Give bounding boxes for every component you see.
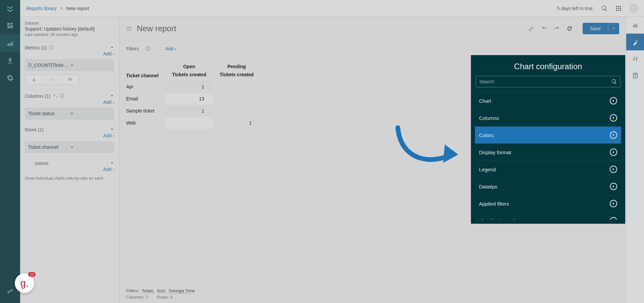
apps-icon[interactable]: [615, 5, 622, 12]
app-left-rail: [0, 0, 20, 303]
table-row: Email13: [126, 93, 260, 105]
dataset-name: Support: Updates history [default]: [25, 26, 114, 32]
nav-reports[interactable]: [0, 34, 20, 52]
help-fab[interactable]: g. 23: [15, 273, 34, 293]
result-table: Open Pending Ticket channel Tickets crea…: [126, 62, 260, 129]
footer-link-totals[interactable]: Totals,: [142, 288, 155, 294]
columns-collapse[interactable]: [110, 93, 114, 99]
table-row: Api1: [126, 81, 260, 93]
fab-badge: 23: [28, 272, 36, 277]
svg-rect-5: [620, 8, 621, 9]
breadcrumb-sep: >: [60, 6, 63, 11]
svg-rect-6: [616, 10, 617, 11]
svg-point-13: [52, 79, 52, 80]
cell-pending: [213, 81, 261, 93]
info-icon[interactable]: [49, 45, 54, 50]
nav-datasets[interactable]: [0, 52, 20, 69]
user-avatar[interactable]: [629, 4, 638, 13]
metric-chip-label: D_COUNT(Tickets created): [28, 62, 69, 68]
search-icon[interactable]: [601, 5, 608, 12]
filters-add[interactable]: Add ›: [165, 46, 176, 51]
popup-title: Chart configuration: [475, 59, 621, 76]
popup-item-label: Applied filters: [479, 201, 509, 207]
save-button[interactable]: Save: [583, 23, 608, 34]
redo-icon[interactable]: [554, 26, 560, 32]
dataset-label: Dataset: [25, 21, 114, 26]
explosions-add[interactable]: Add ›: [103, 167, 114, 172]
svg-point-25: [634, 76, 635, 76]
popup-item-label: Visualization selector: [479, 218, 526, 220]
popup-item-visualization-selector[interactable]: Visualization selector: [475, 212, 621, 220]
sub-open: Tickets created: [165, 71, 213, 81]
format-comment-icon[interactable]: [61, 75, 79, 85]
right-rail: [626, 17, 644, 303]
svg-rect-24: [634, 74, 636, 75]
svg-point-30: [636, 77, 636, 77]
rows-collapse[interactable]: [110, 127, 114, 132]
viz-type-button[interactable]: [626, 17, 644, 34]
nav-admin[interactable]: [0, 69, 20, 87]
undo-icon[interactable]: [541, 26, 547, 32]
swap-icon[interactable]: [53, 94, 58, 98]
popup-item-datatips[interactable]: Datatips: [475, 178, 621, 195]
refresh-icon[interactable]: [567, 26, 573, 32]
arrow-right-icon: [610, 200, 617, 207]
popup-item-label: Datatips: [479, 184, 497, 189]
svg-rect-11: [51, 46, 52, 47]
chart-config-button[interactable]: [626, 34, 644, 50]
svg-rect-1: [618, 6, 619, 7]
row-chip[interactable]: Ticket channel ×: [25, 141, 114, 153]
popup-item-colors[interactable]: Colors: [475, 127, 621, 144]
info-icon[interactable]: [60, 94, 64, 98]
info-icon[interactable]: [146, 46, 150, 51]
top-bar: Reports library > New report 5 days left…: [20, 0, 644, 17]
popup-item-columns[interactable]: Columns: [475, 110, 621, 127]
footer-link-sort[interactable]: Sort,: [157, 288, 166, 294]
column-chip-remove[interactable]: ×: [69, 111, 111, 116]
columns-add[interactable]: Add ›: [103, 99, 114, 105]
format-water-icon[interactable]: [25, 75, 43, 85]
calculations-button[interactable]: [626, 67, 644, 84]
arrow-right-icon: [610, 97, 617, 104]
cell-pending: 1: [213, 117, 261, 129]
arrow-right-icon: [610, 166, 617, 173]
column-chip[interactable]: Ticket status ×: [25, 107, 114, 120]
popup-item-applied-filters[interactable]: Applied filters: [475, 195, 621, 212]
favorite-star-icon[interactable]: [126, 26, 132, 32]
report-title[interactable]: New report: [137, 24, 176, 33]
explosions-collapse[interactable]: [110, 160, 114, 166]
cell-pending: [213, 93, 261, 105]
format-brackets-icon[interactable]: [43, 75, 61, 85]
metrics-collapse[interactable]: [110, 45, 114, 50]
footer-columns: Columns: 2: [126, 295, 148, 300]
svg-point-26: [635, 76, 636, 76]
popup-item-chart[interactable]: Chart: [475, 92, 621, 110]
save-dropdown[interactable]: [608, 23, 619, 34]
breadcrumb-library-link[interactable]: Reports library: [26, 6, 57, 11]
row-chip-label: Ticket channel: [28, 144, 69, 150]
arrow-right-icon: [610, 217, 617, 220]
metric-chip[interactable]: D_COUNT(Tickets created) ×: [25, 59, 114, 71]
chart-config-popup: Chart configuration ChartColumnsColorsDi…: [471, 55, 625, 224]
columns-title: Columns (1): [25, 93, 50, 99]
svg-point-12: [51, 79, 52, 80]
rows-add[interactable]: Add ›: [103, 133, 114, 138]
svg-point-28: [634, 77, 635, 77]
popup-search-input[interactable]: [476, 76, 621, 87]
popup-item-label: Legend: [479, 167, 496, 172]
edit-sql-icon[interactable]: [528, 26, 534, 32]
popup-item-legend[interactable]: Legend: [475, 161, 621, 178]
row-label: Email: [126, 93, 165, 105]
row-label: Sample ticket: [126, 105, 165, 117]
result-manipulation-button[interactable]: [626, 50, 644, 67]
popup-item-display-format[interactable]: Display format: [475, 144, 621, 161]
svg-rect-10: [51, 47, 52, 48]
metrics-add[interactable]: Add ›: [103, 51, 114, 56]
metric-chip-remove[interactable]: ×: [69, 62, 111, 68]
row-chip-remove[interactable]: ×: [69, 144, 111, 150]
nav-dashboards[interactable]: [0, 17, 20, 34]
col-status-pending: Pending: [213, 62, 261, 71]
footer-filters-label: Filters:: [126, 288, 139, 293]
svg-rect-8: [620, 10, 621, 11]
footer-link-tz[interactable]: Georgia Time: [169, 288, 195, 294]
